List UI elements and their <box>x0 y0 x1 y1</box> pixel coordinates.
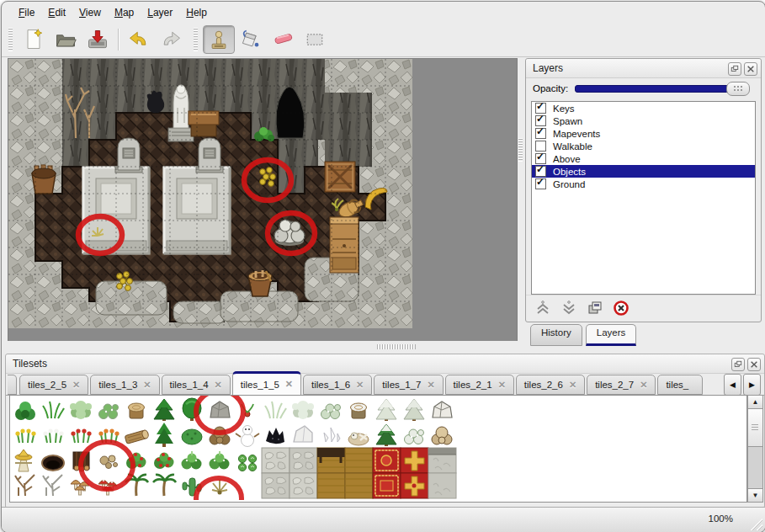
resize-grip[interactable] <box>747 515 762 530</box>
chevrons-down-icon <box>560 300 577 317</box>
menu-edit[interactable]: Edit <box>41 4 72 21</box>
open-button[interactable] <box>50 25 82 54</box>
tileset-tab[interactable]: tiles_2_1✕ <box>445 375 514 395</box>
map-canvas[interactable] <box>8 59 412 328</box>
vertical-splitter[interactable] <box>518 58 524 341</box>
eraser-icon <box>271 28 295 51</box>
menu-help[interactable]: Help <box>179 4 214 21</box>
tileset-tab-bar: tiles_2_5✕ tiles_1_3✕ tiles_1_4✕ tiles_1… <box>6 372 764 396</box>
tileset-scrollbar[interactable]: ▲ ▼ <box>747 395 763 503</box>
scrollbar-down-button[interactable]: ▼ <box>748 488 762 502</box>
tileset-tab[interactable]: tiles_1_3✕ <box>90 375 159 395</box>
close-tab-icon[interactable]: ✕ <box>143 380 151 391</box>
menu-file[interactable]: File <box>12 4 41 21</box>
scroll-tabs-left-button[interactable]: ◀ <box>724 374 741 396</box>
tileset-tab-label: tiles_2_6 <box>524 380 563 390</box>
duplicate-layer-button[interactable] <box>585 298 605 318</box>
scrollbar-up-button[interactable]: ▲ <box>748 396 762 409</box>
close-tab-icon[interactable]: ✕ <box>72 380 80 391</box>
eraser-tool-button[interactable] <box>267 25 299 54</box>
stamp-icon <box>207 28 231 51</box>
layers-panel-box: Layers Opacity: <box>525 58 762 322</box>
raise-layer-button[interactable] <box>533 298 553 318</box>
close-tab-icon[interactable]: ✕ <box>427 380 434 391</box>
layer-row-above[interactable]: ✓Above <box>532 152 755 165</box>
float-icon <box>730 65 739 73</box>
status-bar: 100% <box>2 507 765 532</box>
redo-icon <box>159 28 183 51</box>
layer-name: Mapevents <box>553 129 600 139</box>
toolbar-separator <box>118 29 119 51</box>
close-tab-icon[interactable]: ✕ <box>569 380 576 391</box>
menu-view[interactable]: View <box>72 4 108 21</box>
close-tab-icon[interactable]: ✕ <box>640 380 647 391</box>
layer-name: Walkable <box>553 141 592 152</box>
slider-grip-dots <box>733 85 743 92</box>
fill-tool-button[interactable] <box>235 25 267 54</box>
menu-map[interactable]: Map <box>108 4 141 21</box>
layer-row-spawn[interactable]: ✓Spawn <box>532 114 755 127</box>
tileset-tab[interactable]: tiles_ <box>657 375 703 395</box>
tileset-tab-clipped-left[interactable] <box>8 375 17 395</box>
tileset-tab-label: tiles_1_7 <box>382 380 421 390</box>
redo-button[interactable] <box>155 25 187 54</box>
toolbar-grip[interactable] <box>8 28 13 51</box>
layer-visibility-checkbox[interactable]: ✓ <box>535 128 546 139</box>
close-panel-button[interactable] <box>747 358 761 371</box>
tileset-canvas[interactable] <box>10 396 458 500</box>
layer-row-walkable[interactable]: ✓Walkable <box>532 140 755 152</box>
tileset-tab[interactable]: tiles_2_5✕ <box>19 375 88 395</box>
menu-layer[interactable]: Layer <box>141 4 179 21</box>
close-tab-icon[interactable]: ✕ <box>215 380 222 391</box>
opacity-slider-handle[interactable] <box>726 82 750 96</box>
horizontal-splitter[interactable] <box>5 341 518 353</box>
layer-name: Ground <box>553 179 585 189</box>
close-tab-icon[interactable]: ✕ <box>356 380 364 391</box>
float-panel-button[interactable] <box>728 62 741 76</box>
close-tab-icon[interactable]: ✕ <box>498 380 506 391</box>
layer-name: Spawn <box>553 116 582 126</box>
save-button[interactable] <box>82 25 114 54</box>
opacity-slider[interactable] <box>575 85 749 93</box>
scroll-tabs-right-button[interactable]: ▶ <box>743 374 761 396</box>
menu-bar: File Edit View Map Layer Help <box>5 3 214 22</box>
new-file-button[interactable] <box>18 25 50 54</box>
tileset-tab-label: tiles_2_7 <box>595 380 634 390</box>
map-viewport[interactable] <box>8 58 518 343</box>
tileset-tab[interactable]: tiles_1_4✕ <box>162 375 231 395</box>
layer-row-keys[interactable]: ✓Keys <box>532 102 755 114</box>
tileset-viewport[interactable] <box>9 395 747 503</box>
close-icon <box>750 360 758 369</box>
scrollbar-thumb[interactable] <box>748 409 762 447</box>
undo-button[interactable] <box>123 25 155 54</box>
tab-history[interactable]: History <box>530 324 582 346</box>
toolbar-grip[interactable] <box>194 28 198 51</box>
layer-row-objects[interactable]: ✓Objects <box>532 165 755 178</box>
tab-layers[interactable]: Layers <box>586 324 637 346</box>
layers-panel-title: Layers <box>533 62 563 74</box>
layer-ops-toolbar <box>526 295 761 321</box>
tileset-tab[interactable]: tiles_2_7✕ <box>587 375 656 395</box>
layers-panel: Layers Opacity: <box>525 58 762 347</box>
layer-visibility-checkbox[interactable]: ✓ <box>535 178 546 189</box>
tilesets-panel-titlebar: Tilesets <box>6 354 764 374</box>
tileset-tab[interactable]: tiles_1_7✕ <box>374 375 443 395</box>
app-window: File Edit View Map Layer Help <box>1 1 765 532</box>
layer-row-mapevents[interactable]: ✓Mapevents <box>532 127 755 140</box>
tileset-tab[interactable]: tiles_2_6✕ <box>516 375 585 395</box>
copy-layer-icon <box>587 300 603 317</box>
opacity-label: Opacity: <box>533 83 568 93</box>
tileset-tab-active[interactable]: tiles_1_5✕ <box>232 371 301 396</box>
layer-row-ground[interactable]: ✓Ground <box>532 178 755 190</box>
lower-layer-button[interactable] <box>559 298 579 318</box>
tileset-tab-label: tiles_1_6 <box>311 380 350 390</box>
tileset-tab[interactable]: tiles_1_6✕ <box>303 375 372 395</box>
select-tool-button[interactable] <box>299 25 331 54</box>
close-tab-icon[interactable]: ✕ <box>285 379 293 390</box>
stamp-tool-button[interactable] <box>203 25 235 54</box>
delete-layer-button[interactable] <box>611 298 631 318</box>
close-panel-button[interactable] <box>744 62 757 76</box>
layer-name: Keys <box>553 104 575 114</box>
new-file-icon <box>22 28 45 51</box>
float-panel-button[interactable] <box>731 358 745 371</box>
